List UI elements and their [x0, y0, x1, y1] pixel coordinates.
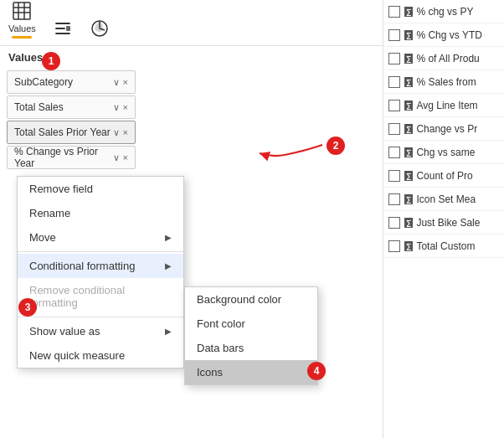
field-subcategory-label: SubCategory — [14, 76, 113, 88]
arrow-2 — [130, 130, 331, 172]
rp-label-pct-all-prod: % of All Produ — [416, 53, 479, 64]
calc-icon: ∑ — [404, 241, 413, 251]
calc-icon: ∑ — [404, 54, 413, 64]
values-tab-label: Values — [8, 23, 36, 33]
rp-pct-chg-ytd[interactable]: ∑ % Chg vs YTD — [383, 23, 504, 47]
rp-chg-vs-same[interactable]: ∑ Chg vs same — [383, 141, 504, 164]
field-pct-change[interactable]: % Change vs Prior Year ∨ × — [7, 146, 136, 169]
rp-count-pro[interactable]: ∑ Count of Pro — [383, 164, 504, 188]
values-label: Values — [8, 51, 43, 64]
calc-icon: ∑ — [404, 147, 413, 157]
rp-label-pct-sales-from: % Sales from — [416, 76, 476, 88]
menu-remove-field[interactable]: Remove field — [18, 177, 183, 201]
checkbox-total-custom[interactable] — [388, 240, 400, 252]
rp-label-count-pro: Count of Pro — [416, 170, 472, 182]
field-pct-change-label: % Change vs Prior Year — [14, 146, 113, 169]
values-header: Values — [0, 46, 142, 69]
rp-avg-line-item[interactable]: ∑ Avg Line Item — [383, 94, 504, 117]
submenu-icons[interactable]: Icons — [185, 360, 317, 384]
checkbox-count-pro[interactable] — [388, 170, 400, 182]
field-subcategory[interactable]: SubCategory ∨ × — [7, 70, 136, 94]
right-panel: ∑ % chg vs PY ∑ % Chg vs YTD ∑ % of All … — [383, 0, 504, 438]
checkbox-pct-chg-ytd[interactable] — [388, 29, 400, 41]
checkbox-chg-vs-same[interactable] — [388, 147, 400, 158]
rp-total-custom[interactable]: ∑ Total Custom — [383, 234, 504, 258]
menu-show-value-as[interactable]: Show value as ▶ — [18, 319, 183, 343]
menu-new-quick-measure[interactable]: New quick measure — [18, 343, 183, 368]
field-total-sales[interactable]: Total Sales ∨ × — [7, 95, 136, 119]
rp-label-avg-line-item: Avg Line Item — [416, 100, 477, 111]
chevron-down-icon[interactable]: ∨ — [113, 152, 120, 163]
svg-rect-5 — [66, 26, 70, 31]
chevron-down-icon[interactable]: ∨ — [113, 127, 120, 138]
rp-pct-all-prod[interactable]: ∑ % of All Produ — [383, 47, 504, 70]
calc-icon: ∑ — [404, 218, 413, 228]
arrow-right-icon: ▶ — [165, 233, 172, 242]
rp-label-pct-chg-py: % chg vs PY — [416, 6, 473, 18]
submenu-font-color[interactable]: Font color — [185, 312, 317, 336]
calc-icon: ∑ — [404, 171, 413, 181]
arrow-right-icon: ▶ — [165, 327, 172, 336]
submenu-data-bars[interactable]: Data bars — [185, 336, 317, 360]
badge-4: 4 — [307, 362, 326, 380]
rp-label-change-vs-pr: Change vs Pr — [416, 123, 477, 135]
context-menu: Remove field Rename Move ▶ Conditional f… — [17, 176, 184, 368]
menu-move[interactable]: Move ▶ — [18, 225, 183, 250]
rp-just-bike-sale[interactable]: ∑ Just Bike Sale — [383, 211, 504, 234]
checkbox-pct-sales-from[interactable] — [388, 76, 400, 88]
rp-pct-chg-py[interactable]: ∑ % chg vs PY — [383, 0, 504, 23]
checkbox-avg-line-item[interactable] — [388, 100, 400, 111]
menu-conditional-formatting[interactable]: Conditional formatting ▶ — [18, 254, 183, 278]
badge-2: 2 — [327, 137, 345, 155]
rp-label-just-bike-sale: Just Bike Sale — [416, 217, 480, 229]
submenu-conditional-formatting: Background color Font color Data bars Ic… — [184, 286, 318, 385]
rp-label-icon-set-mea: Icon Set Mea — [416, 193, 476, 205]
toolbar: Values — [0, 0, 385, 46]
rp-label-pct-chg-ytd: % Chg vs YTD — [416, 29, 481, 41]
checkbox-pct-chg-py[interactable] — [388, 6, 400, 18]
close-icon[interactable]: × — [123, 152, 128, 162]
submenu-bg-color[interactable]: Background color — [185, 287, 317, 312]
badge-3: 3 — [18, 298, 37, 317]
menu-remove-cf: Remove conditional formatting — [18, 278, 183, 315]
field-total-sales-label: Total Sales — [14, 101, 113, 113]
calc-icon: ∑ — [404, 7, 413, 17]
checkbox-just-bike-sale[interactable] — [388, 217, 400, 229]
checkbox-pct-all-prod[interactable] — [388, 53, 400, 64]
close-icon[interactable]: × — [123, 102, 128, 112]
close-icon[interactable]: × — [123, 77, 128, 87]
table-tab[interactable]: Values — [8, 1, 36, 39]
badge-1: 1 — [42, 52, 60, 70]
values-section: Values SubCategory ∨ × Total Sales ∨ × T… — [0, 46, 142, 171]
field-total-sales-py[interactable]: Total Sales Prior Year ∨ × — [7, 121, 136, 144]
rp-pct-sales-from[interactable]: ∑ % Sales from — [383, 70, 504, 94]
rp-change-vs-pr[interactable]: ∑ Change vs Pr — [383, 117, 504, 141]
rp-label-chg-vs-same: Chg vs same — [416, 147, 475, 158]
checkbox-icon-set-mea[interactable] — [388, 193, 400, 205]
close-icon[interactable]: × — [123, 127, 128, 137]
menu-rename[interactable]: Rename — [18, 201, 183, 225]
chevron-down-icon[interactable]: ∨ — [113, 77, 120, 88]
rp-label-total-custom: Total Custom — [416, 240, 475, 252]
calc-icon: ∑ — [404, 100, 413, 111]
field-total-sales-py-label: Total Sales Prior Year — [14, 126, 113, 138]
arrow-right-icon: ▶ — [165, 261, 172, 271]
format-tab[interactable] — [53, 18, 73, 39]
chevron-down-icon[interactable]: ∨ — [113, 102, 120, 113]
calc-icon: ∑ — [404, 77, 413, 87]
calc-icon: ∑ — [404, 194, 413, 204]
calc-icon: ∑ — [404, 124, 413, 134]
svg-rect-0 — [13, 3, 30, 19]
rp-icon-set-mea[interactable]: ∑ Icon Set Mea — [383, 188, 504, 211]
analytics-tab[interactable] — [90, 18, 110, 39]
checkbox-change-vs-pr[interactable] — [388, 123, 400, 135]
calc-icon: ∑ — [404, 30, 413, 40]
